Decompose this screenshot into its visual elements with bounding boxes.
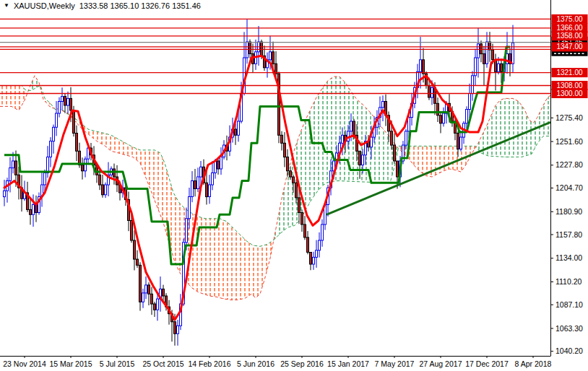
date-tick-label: 25 Oct 2015 xyxy=(142,359,183,368)
level-price-tag-label: 1366.00 xyxy=(556,24,583,32)
price-tick-label: 1204.70 xyxy=(555,183,583,192)
price-tick-label: 1157.80 xyxy=(555,230,582,239)
price-tick-label: 1040.20 xyxy=(555,346,583,355)
chart-window: 1275.401251.601227.801204.701180.901157.… xyxy=(0,0,588,371)
price-tick-label: 1063.30 xyxy=(555,324,583,333)
price-tick-label: 1087.10 xyxy=(555,300,583,309)
date-tick-label: 5 Jul 2015 xyxy=(100,359,135,368)
chart-symbol-period: XAUUSD,Weekly xyxy=(14,1,75,10)
date-tick-label: 8 Apr 2018 xyxy=(515,359,552,368)
level-price-tag-label: 1358.00 xyxy=(556,32,583,40)
symbol-dropdown-icon[interactable]: ▼ xyxy=(4,2,9,9)
date-tick-label: 27 Aug 2017 xyxy=(420,359,462,368)
date-tick-label: 15 Jan 2017 xyxy=(327,359,369,368)
chart-title-bar: ▼ XAUUSD,Weekly 1333.58 1365.10 1326.76 … xyxy=(4,1,201,10)
level-price-tag-label: 1347.00 xyxy=(556,43,583,51)
level-price-tag-label: 1321.00 xyxy=(556,69,583,77)
price-tick-label: 1227.80 xyxy=(555,160,583,169)
price-tick-label: 1251.60 xyxy=(555,137,583,146)
level-price-tag-label: 1375.00 xyxy=(556,15,583,23)
price-tick-label: 1134.00 xyxy=(555,253,582,262)
date-tick-label: 14 Feb 2016 xyxy=(189,359,231,368)
level-price-tag-label: 1308.00 xyxy=(556,82,583,90)
date-tick-label: 15 Mar 2015 xyxy=(50,359,92,368)
price-tick-label: 1275.40 xyxy=(555,113,583,122)
price-tick-label: 1180.90 xyxy=(555,207,582,216)
price-tick-label: 1110.20 xyxy=(555,277,582,286)
date-tick-label: 5 Jun 2016 xyxy=(237,359,274,368)
chart-ohlc-values: 1333.58 1365.10 1326.76 1351.46 xyxy=(79,1,201,10)
chart-canvas[interactable]: 1275.401251.601227.801204.701180.901157.… xyxy=(0,0,588,371)
date-tick-label: 7 May 2017 xyxy=(375,359,415,368)
level-price-tag-label: 1300.00 xyxy=(556,90,583,97)
date-tick-label: 23 Nov 2014 xyxy=(3,359,46,368)
date-tick-label: 17 Dec 2017 xyxy=(465,359,509,368)
date-tick-label: 25 Sep 2016 xyxy=(280,359,324,368)
